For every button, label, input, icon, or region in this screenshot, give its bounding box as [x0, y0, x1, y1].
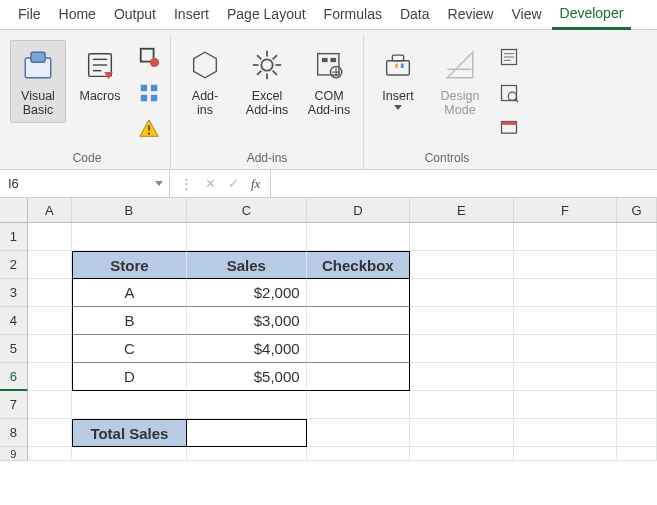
cell[interactable] [307, 419, 411, 447]
cell[interactable] [410, 223, 514, 251]
tab-home[interactable]: Home [51, 1, 104, 28]
cell[interactable] [28, 251, 72, 279]
cell-total-label[interactable]: Total Sales [72, 419, 187, 447]
cell[interactable] [307, 223, 411, 251]
row-header-4[interactable]: 4 [0, 307, 28, 335]
cell[interactable]: $3,000 [187, 307, 306, 335]
col-header-B[interactable]: B [72, 198, 187, 222]
cell[interactable] [514, 223, 618, 251]
row-header-3[interactable]: 3 [0, 279, 28, 307]
visual-basic-button[interactable]: VisualBasic [10, 40, 66, 123]
cell[interactable] [617, 447, 657, 461]
excel-addins-button[interactable]: ExcelAdd-ins [239, 40, 295, 123]
cell[interactable] [72, 391, 187, 419]
fx-icon[interactable]: fx [251, 176, 260, 192]
cell[interactable] [410, 279, 514, 307]
cell[interactable] [307, 363, 411, 391]
row-header-6[interactable]: 6 [0, 363, 28, 391]
row-header-8[interactable]: 8 [0, 419, 28, 447]
cell[interactable] [410, 419, 514, 447]
cell[interactable]: $2,000 [187, 279, 306, 307]
select-all-corner[interactable] [0, 198, 28, 222]
enter-icon[interactable]: ✓ [228, 176, 239, 191]
record-macro-button[interactable] [134, 42, 164, 72]
cell-store-header[interactable]: Store [72, 251, 187, 279]
tab-file[interactable]: File [10, 1, 49, 28]
cell[interactable] [617, 335, 657, 363]
tab-formulas[interactable]: Formulas [316, 1, 390, 28]
com-addins-button[interactable]: COMAdd-ins [301, 40, 357, 123]
col-header-F[interactable]: F [514, 198, 618, 222]
cell[interactable] [187, 223, 306, 251]
cell[interactable] [410, 391, 514, 419]
tab-view[interactable]: View [503, 1, 549, 28]
cell[interactable] [72, 447, 187, 461]
cancel-icon[interactable]: ✕ [205, 176, 216, 191]
cell[interactable] [28, 223, 72, 251]
cell[interactable] [514, 447, 618, 461]
cell[interactable]: $5,000 [187, 363, 306, 391]
cell[interactable] [410, 335, 514, 363]
relative-references-button[interactable] [134, 78, 164, 108]
tab-page-layout[interactable]: Page Layout [219, 1, 314, 28]
row-header-5[interactable]: 5 [0, 335, 28, 363]
cell[interactable] [307, 447, 411, 461]
cell[interactable] [307, 391, 411, 419]
cell-checkbox-header[interactable]: Checkbox [307, 251, 411, 279]
cell[interactable] [72, 223, 187, 251]
cell[interactable] [28, 447, 72, 461]
cell[interactable] [28, 335, 72, 363]
cell[interactable]: C [72, 335, 187, 363]
tab-review[interactable]: Review [440, 1, 502, 28]
cell[interactable] [410, 447, 514, 461]
cell[interactable] [187, 447, 306, 461]
cell[interactable] [410, 363, 514, 391]
macros-button[interactable]: Macros [72, 40, 128, 108]
cell[interactable] [28, 363, 72, 391]
col-header-C[interactable]: C [187, 198, 306, 222]
tab-data[interactable]: Data [392, 1, 438, 28]
cell[interactable] [187, 391, 306, 419]
cell[interactable]: D [72, 363, 187, 391]
cell[interactable] [514, 419, 618, 447]
cell[interactable] [514, 279, 618, 307]
tab-insert[interactable]: Insert [166, 1, 217, 28]
design-mode-button[interactable]: DesignMode [432, 40, 488, 123]
insert-control-button[interactable]: Insert [370, 40, 426, 115]
cell[interactable] [28, 391, 72, 419]
col-header-D[interactable]: D [307, 198, 411, 222]
col-header-G[interactable]: G [617, 198, 657, 222]
cell[interactable] [617, 223, 657, 251]
cell[interactable] [307, 279, 411, 307]
tab-developer[interactable]: Developer [552, 0, 632, 30]
row-header-7[interactable]: 7 [0, 391, 28, 419]
macro-security-button[interactable] [134, 114, 164, 144]
cell[interactable] [410, 307, 514, 335]
cell[interactable] [514, 251, 618, 279]
cell-sales-header[interactable]: Sales [187, 251, 306, 279]
cell[interactable] [617, 279, 657, 307]
cell[interactable] [617, 251, 657, 279]
name-box[interactable]: I6 [0, 170, 170, 197]
cell[interactable] [514, 307, 618, 335]
formula-input[interactable] [271, 170, 657, 197]
cell[interactable] [514, 363, 618, 391]
run-dialog-button[interactable] [494, 114, 524, 144]
cell[interactable] [617, 307, 657, 335]
cell-total-value[interactable] [187, 419, 306, 447]
col-header-E[interactable]: E [410, 198, 514, 222]
properties-button[interactable] [494, 42, 524, 72]
row-header-9[interactable]: 9 [0, 447, 28, 461]
cell[interactable] [617, 363, 657, 391]
cell[interactable] [514, 335, 618, 363]
cell[interactable] [514, 391, 618, 419]
cell[interactable]: B [72, 307, 187, 335]
cell[interactable] [28, 279, 72, 307]
cell[interactable]: A [72, 279, 187, 307]
row-header-1[interactable]: 1 [0, 223, 28, 251]
cell[interactable] [28, 307, 72, 335]
cell[interactable] [307, 307, 411, 335]
tab-output[interactable]: Output [106, 1, 164, 28]
cell[interactable]: $4,000 [187, 335, 306, 363]
col-header-A[interactable]: A [28, 198, 72, 222]
